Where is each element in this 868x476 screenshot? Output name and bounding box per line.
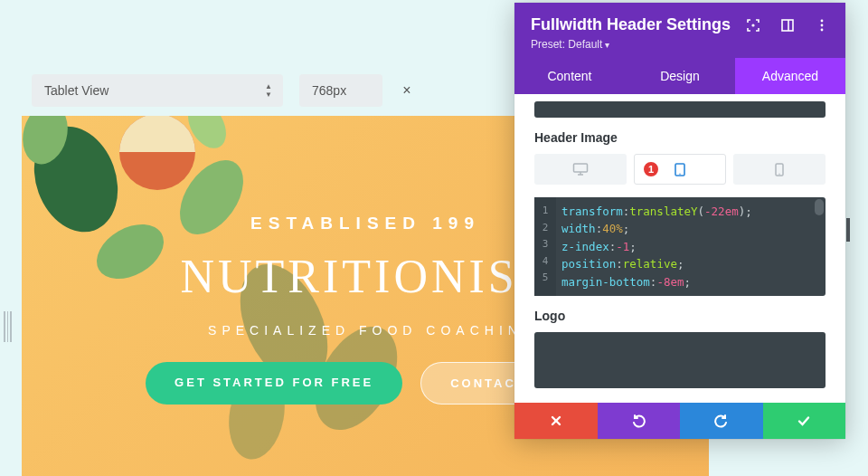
tab-design[interactable]: Design xyxy=(625,58,735,94)
primary-cta-button[interactable]: GET STARTED FOR FREE xyxy=(146,362,402,405)
code-line-2: width:40%; xyxy=(561,220,826,237)
settings-tabs: Content Design Advanced xyxy=(514,58,845,94)
view-mode-label: Tablet View xyxy=(44,83,108,98)
svg-point-19 xyxy=(679,173,680,174)
device-tab-desktop[interactable] xyxy=(534,154,627,185)
device-tab-tablet[interactable]: 1 xyxy=(634,154,726,185)
tab-content[interactable]: Content xyxy=(514,58,625,94)
viewport-width-value: 768px xyxy=(312,83,346,98)
custom-css-editor[interactable]: 12345 transform:translateY(-22em); width… xyxy=(534,197,826,296)
viewport-width-input[interactable]: 768px xyxy=(299,74,382,107)
code-line-5: margin-bottom:-8em; xyxy=(561,273,826,290)
undo-icon xyxy=(631,414,646,428)
kebab-menu-icon[interactable] xyxy=(815,18,829,33)
device-tab-phone[interactable] xyxy=(733,154,826,185)
settings-panel: Fullwidth Header Settings Preset: Defaul… xyxy=(514,3,845,439)
code-line-4: position:relative; xyxy=(561,255,826,272)
redo-icon xyxy=(714,414,729,428)
svg-point-14 xyxy=(821,28,824,31)
panel-action-bar xyxy=(514,403,845,439)
close-icon: × xyxy=(402,82,410,98)
svg-point-12 xyxy=(821,19,824,22)
phone-icon xyxy=(775,163,784,176)
svg-rect-10 xyxy=(782,20,793,31)
check-icon xyxy=(797,414,811,428)
panel-header: Fullwidth Header Settings Preset: Defaul… xyxy=(514,3,845,58)
dropdown-caret-icon: ▲▼ xyxy=(265,82,272,99)
code-line-3: z-index:-1; xyxy=(561,238,826,255)
svg-point-9 xyxy=(751,24,754,26)
tab-advanced[interactable]: Advanced xyxy=(735,58,845,94)
desktop-icon xyxy=(572,163,589,176)
collapsed-code-block[interactable] xyxy=(534,101,826,118)
responsive-device-tabs: 1 xyxy=(534,154,826,185)
code-gutter: 12345 xyxy=(534,197,556,296)
confirm-button[interactable] xyxy=(763,403,846,439)
view-mode-dropdown[interactable]: Tablet View ▲▼ xyxy=(32,74,283,107)
code-line-1: transform:translateY(-22em); xyxy=(561,203,826,220)
svg-point-21 xyxy=(778,173,779,174)
step-badge: 1 xyxy=(642,160,660,178)
panel-resize-handle[interactable] xyxy=(846,218,850,242)
svg-point-13 xyxy=(821,24,824,26)
tablet-icon xyxy=(675,163,685,176)
cancel-button[interactable] xyxy=(514,403,598,439)
canvas-resize-handle[interactable] xyxy=(4,311,13,342)
sidebar-icon[interactable] xyxy=(780,18,795,33)
logo-label: Logo xyxy=(534,309,826,323)
clear-width-button[interactable]: × xyxy=(399,82,415,99)
undo-button[interactable] xyxy=(598,403,681,439)
panel-title: Fullwidth Header Settings xyxy=(531,15,746,34)
logo-code-block[interactable] xyxy=(534,332,826,388)
focus-icon[interactable] xyxy=(746,18,760,33)
close-icon xyxy=(549,414,563,428)
redo-button[interactable] xyxy=(680,403,763,439)
code-scrollbar[interactable] xyxy=(815,199,824,215)
svg-rect-15 xyxy=(574,164,588,172)
panel-body: Header Image 1 12345 transform:translate… xyxy=(514,94,845,403)
preset-dropdown[interactable]: Preset: Default xyxy=(531,38,829,51)
header-image-label: Header Image xyxy=(534,130,826,145)
